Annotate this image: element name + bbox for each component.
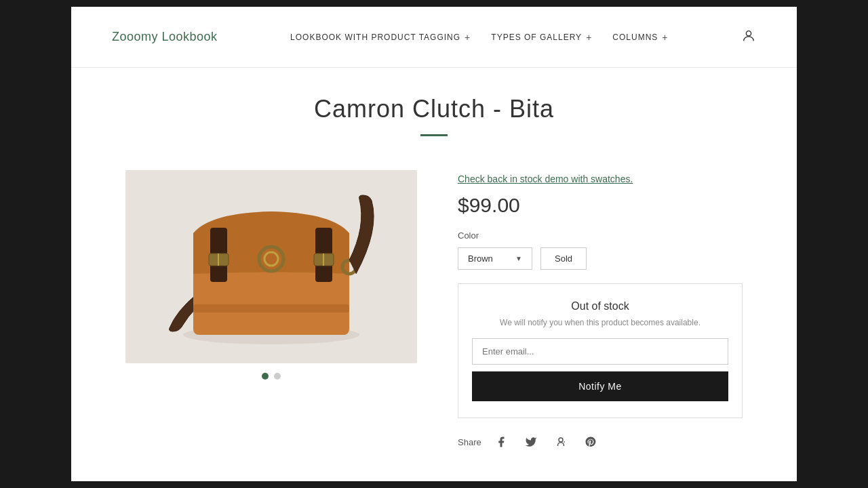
- product-title: Camron Clutch - Bita: [85, 95, 783, 123]
- nav-label-lookbook: LOOKBOOK WITH PRODUCT TAGGING: [290, 33, 460, 42]
- selected-color-value: Brown: [468, 253, 493, 264]
- product-image-area: [125, 170, 417, 380]
- color-label: Color: [458, 230, 743, 241]
- facebook-share-button[interactable]: [491, 432, 511, 452]
- sold-badge: Sold: [540, 247, 587, 270]
- title-divider: [420, 134, 448, 136]
- main-nav: LOOKBOOK WITH PRODUCT TAGGING + TYPES OF…: [290, 32, 668, 43]
- product-price: $99.00: [458, 194, 743, 217]
- nav-item-gallery[interactable]: TYPES OF GALLERY +: [491, 32, 592, 43]
- plus-icon-columns: +: [662, 32, 668, 43]
- share-row: Share: [458, 432, 743, 452]
- site-header: Zooomy Lookbook LOOKBOOK WITH PRODUCT TA…: [71, 7, 797, 68]
- pinterest-share-button[interactable]: [580, 432, 601, 452]
- site-logo[interactable]: Zooomy Lookbook: [112, 30, 218, 44]
- chevron-down-icon: ▼: [515, 255, 522, 262]
- email-input[interactable]: [472, 338, 728, 365]
- nav-item-lookbook[interactable]: LOOKBOOK WITH PRODUCT TAGGING +: [290, 32, 471, 43]
- notify-me-button[interactable]: Notify Me: [472, 371, 728, 401]
- check-back-link[interactable]: Check back in stock demo with swatches.: [458, 174, 743, 184]
- share-label: Share: [458, 437, 481, 447]
- product-section: Check back in stock demo with swatches. …: [71, 150, 797, 479]
- dot-1[interactable]: [262, 373, 269, 380]
- out-of-stock-box: Out of stock We will notify you when thi…: [458, 283, 743, 418]
- twitter-share-button[interactable]: [521, 432, 541, 452]
- svg-point-0: [746, 30, 751, 35]
- color-select-dropdown[interactable]: Brown ▼: [458, 247, 532, 270]
- dot-2[interactable]: [274, 373, 281, 380]
- product-info: Check back in stock demo with swatches. …: [458, 170, 743, 452]
- product-image: [125, 170, 417, 363]
- user-account-button[interactable]: [741, 28, 756, 46]
- svg-rect-11: [193, 304, 349, 312]
- googleplus-share-button[interactable]: [551, 432, 571, 452]
- nav-label-columns: COLUMNS: [612, 33, 658, 42]
- nav-item-columns[interactable]: COLUMNS +: [612, 32, 668, 43]
- page-title-section: Camron Clutch - Bita: [71, 68, 797, 150]
- plus-icon-lookbook: +: [465, 32, 471, 43]
- image-dots: [125, 373, 417, 380]
- plus-icon-gallery: +: [586, 32, 592, 43]
- nav-right: [741, 28, 756, 46]
- color-options: Brown ▼ Sold: [458, 247, 743, 270]
- nav-label-gallery: TYPES OF GALLERY: [491, 33, 582, 42]
- out-of-stock-title: Out of stock: [472, 300, 728, 312]
- out-of-stock-desc: We will notify you when this product bec…: [472, 318, 728, 327]
